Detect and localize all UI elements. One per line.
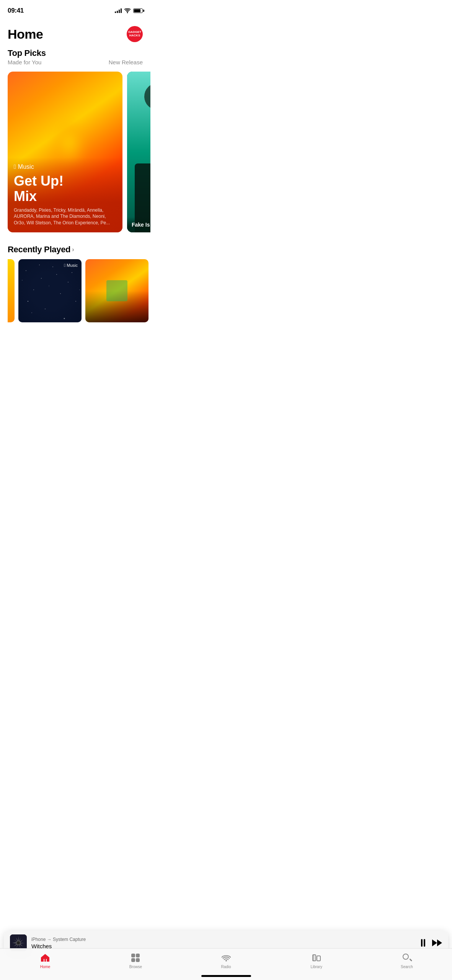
apple-logo-icon:  (14, 163, 16, 170)
card-artists: Grandaddy, Pixies, Tricky, Mïrändä, Anne… (14, 207, 116, 226)
recently-played-header[interactable]: Recently Played › (0, 245, 150, 259)
top-picks-header: Top Picks Made for You New Release (0, 48, 150, 67)
recently-played-chevron: › (72, 246, 74, 253)
card-title: Get Up! Mix (14, 173, 116, 204)
recent-partial-card[interactable] (8, 259, 15, 322)
page-title: Home (8, 27, 43, 42)
new-release-link[interactable]: New Release (109, 59, 143, 65)
signal-icon (115, 8, 122, 13)
wifi-icon (124, 8, 131, 13)
second-card-overlay: Fake Is T… (127, 217, 150, 232)
avatar-text: GADGETHACKS (128, 31, 141, 38)
top-picks-title: Top Picks (8, 48, 143, 58)
card-apple-music-badge:  Music (14, 163, 116, 170)
stars-background (18, 259, 82, 322)
status-bar: 09:41 (0, 0, 150, 18)
battery-icon (133, 8, 143, 13)
card-overlay:  Music Get Up! Mix Grandaddy, Pixies, T… (8, 157, 122, 232)
recent-orange-card[interactable] (85, 259, 148, 322)
get-up-mix-card[interactable]:  Music Get Up! Mix Grandaddy, Pixies, T… (8, 72, 122, 232)
top-picks-carousel:  Music Get Up! Mix Grandaddy, Pixies, T… (0, 67, 150, 237)
apple-music-small-label: Music (67, 263, 78, 268)
status-icons (115, 8, 143, 13)
svg-point-0 (127, 12, 128, 13)
recently-played-track:  Music (0, 259, 150, 322)
artist-image (127, 72, 150, 232)
top-picks-subtitle-row: Made for You New Release (8, 59, 143, 65)
avatar-badge[interactable]: GADGETHACKS (127, 26, 143, 42)
recent-dark-card[interactable]:  Music (18, 259, 82, 322)
carousel-track:  Music Get Up! Mix Grandaddy, Pixies, T… (8, 72, 150, 232)
apple-music-label: Music (18, 163, 34, 170)
page-header: Home GADGETHACKS (0, 18, 150, 48)
status-time: 09:41 (8, 7, 24, 15)
made-for-you-label: Made for You (8, 59, 41, 65)
new-release-card[interactable]: Fake Is T… (127, 72, 150, 232)
recently-played-section: Recently Played ›  Music (0, 245, 150, 322)
main-content: Home GADGETHACKS Top Picks Made for You … (0, 18, 150, 368)
second-card-label: Fake Is T… (132, 222, 150, 228)
recently-played-title: Recently Played (8, 245, 70, 255)
apple-music-badge-small:  Music (64, 263, 78, 268)
